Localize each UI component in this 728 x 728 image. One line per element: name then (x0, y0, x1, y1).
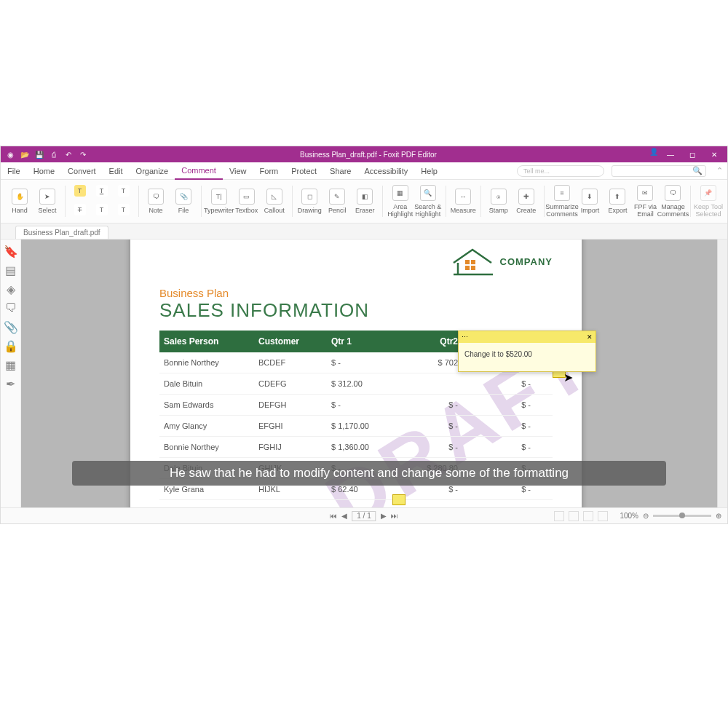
tool-underline[interactable]: T (95, 183, 109, 200)
minimize-button[interactable]: — (660, 146, 681, 162)
comment-close-icon[interactable]: ✕ (587, 333, 593, 341)
cell: $ 1,170.00 (327, 416, 400, 436)
next-page-icon[interactable]: ▶ (381, 512, 387, 520)
email-icon: ✉ (637, 185, 653, 201)
security-icon[interactable]: 🔒 (5, 340, 17, 352)
tool-select[interactable]: ➤Select (34, 183, 60, 220)
tool-textbox[interactable]: ▭Textbox (234, 183, 260, 220)
menu-accessibility[interactable]: Accessibility (357, 162, 414, 180)
menu-view[interactable]: View (223, 162, 253, 180)
tool-highlight[interactable]: T (73, 183, 87, 200)
svg-rect-3 (471, 260, 475, 264)
house-icon (451, 247, 494, 276)
import-icon: ⬇ (582, 189, 598, 205)
tool-summarize[interactable]: ≡Summarize Comments (548, 183, 575, 220)
underline-icon: T (96, 185, 108, 197)
tool-pencil[interactable]: ✎Pencil (324, 183, 350, 220)
menu-share[interactable]: Share (323, 162, 357, 180)
print-icon[interactable]: ⎙ (49, 149, 59, 159)
menu-convert[interactable]: Convert (61, 162, 103, 180)
redo-icon[interactable]: ↷ (78, 149, 88, 159)
pin-icon: 📌 (700, 185, 716, 201)
ribbon-collapse-icon[interactable]: ⌃ (716, 166, 723, 175)
menu-help[interactable]: Help (414, 162, 444, 180)
tool-create[interactable]: ✚Create (513, 183, 539, 220)
pages-icon[interactable]: ▤ (5, 264, 17, 276)
tool-callout[interactable]: ◺Callout (261, 183, 288, 220)
comment-options-icon[interactable]: ⋯ (462, 333, 468, 341)
tool-search-highlight[interactable]: 🔍Search & Highlight (415, 183, 441, 220)
menubar: File Home Convert Edit Organize Comment … (1, 162, 727, 180)
tool-keep-selected[interactable]: 📌Keep Tool Selected (695, 183, 721, 220)
note-icon: 🗨 (148, 189, 164, 205)
save-icon[interactable]: 💾 (34, 149, 44, 159)
area-highlight-icon: ▦ (392, 185, 408, 201)
comments-panel-icon[interactable]: 🗨 (5, 302, 17, 314)
open-icon[interactable]: 📂 (20, 149, 30, 159)
tool-hand[interactable]: ✋Hand (7, 183, 33, 220)
first-page-icon[interactable]: ⏮ (330, 512, 337, 520)
tool-eraser[interactable]: ◧Eraser (352, 183, 378, 220)
document-tab[interactable]: Business Plan_draft.pdf (15, 226, 108, 239)
layers-icon[interactable]: ◈ (5, 283, 17, 295)
menu-protect[interactable]: Protect (285, 162, 323, 180)
articles-icon[interactable]: ▦ (5, 359, 17, 371)
video-caption: He saw that he had to modify content and… (72, 461, 666, 486)
sticky-note-marker-2[interactable] (392, 494, 405, 505)
tell-me-search[interactable]: Tell me... (517, 165, 604, 177)
tool-file[interactable]: 📎File (170, 183, 197, 220)
menu-home[interactable]: Home (27, 162, 61, 180)
attachments-icon[interactable]: 📎 (5, 321, 17, 333)
last-page-icon[interactable]: ⏭ (391, 512, 398, 520)
close-button[interactable]: ✕ (704, 146, 724, 162)
zoom-in-icon[interactable]: ⊕ (716, 512, 721, 520)
zoom-slider[interactable] (653, 515, 711, 517)
comment-popup-header[interactable]: ⋯ ✕ (459, 331, 596, 343)
cell: Sam Edwards (159, 500, 254, 507)
menu-form[interactable]: Form (253, 162, 285, 180)
tool-export[interactable]: ⬆Export (604, 183, 630, 220)
tool-caret[interactable]: T (116, 183, 131, 200)
tool-drawing[interactable]: ◻Drawing (296, 183, 323, 220)
find-search[interactable]: 🔍 (612, 165, 706, 177)
tool-measure[interactable]: ↔Measure (450, 183, 476, 220)
tool-note[interactable]: 🗨Note (143, 183, 169, 220)
user-icon[interactable]: 👤 (649, 146, 659, 157)
view-facing-icon[interactable] (583, 511, 593, 521)
menu-comment[interactable]: Comment (175, 162, 223, 180)
col-sales-person: Sales Person (159, 331, 254, 352)
cell: DEFGH (254, 395, 327, 415)
view-single-icon[interactable] (554, 511, 564, 521)
cell: $ - (472, 395, 545, 415)
zoom-out-icon[interactable]: ⊖ (643, 512, 649, 520)
cell: $ - (400, 437, 472, 457)
menu-organize[interactable]: Organize (130, 162, 175, 180)
vertical-scrollbar[interactable] (717, 240, 727, 507)
col-qtr1: Qtr 1 (327, 331, 400, 352)
page-indicator[interactable]: 1 / 1 (352, 511, 376, 521)
view-continuous-icon[interactable] (569, 511, 579, 521)
caret-icon: T (118, 185, 130, 197)
tool-manage-comments[interactable]: 🗨Manage Comments (660, 183, 686, 220)
menu-file[interactable]: File (1, 162, 27, 180)
tool-replace[interactable]: T (116, 202, 131, 219)
view-facing-cont-icon[interactable] (598, 511, 608, 521)
bookmarks-icon[interactable]: 🔖 (5, 245, 17, 257)
prev-page-icon[interactable]: ◀ (341, 512, 347, 520)
undo-icon[interactable]: ↶ (63, 149, 74, 159)
tool-typewriter[interactable]: T|Typewriter (206, 183, 232, 220)
tool-stamp[interactable]: ⍟Stamp (486, 183, 512, 220)
tool-fpf-email[interactable]: ✉FPF via Email (632, 183, 658, 220)
tool-area-highlight[interactable]: ▦Area Highlight (387, 183, 414, 220)
svg-rect-4 (465, 266, 470, 270)
signatures-icon[interactable]: ✒ (5, 378, 17, 389)
tool-import[interactable]: ⬇Import (577, 183, 603, 220)
maximize-button[interactable]: ◻ (682, 146, 703, 162)
tool-squiggly[interactable]: T (95, 202, 109, 219)
heading-small: Business Plan (159, 287, 369, 299)
cell: EFGHI (254, 416, 327, 436)
document-viewport[interactable]: DRAFT COMPANY Business Plan (21, 240, 717, 507)
menu-edit[interactable]: Edit (103, 162, 130, 180)
comment-popup[interactable]: ⋯ ✕ Change it to $520.00 (458, 331, 596, 372)
tool-strikeout[interactable]: T (73, 202, 87, 219)
